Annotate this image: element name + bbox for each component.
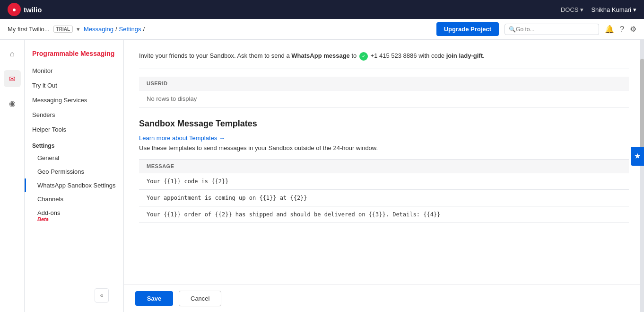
sidebar-title: Programmable Messaging [25,47,123,63]
user-menu[interactable]: Shikha Kumari ▾ [591,6,636,13]
upgrade-project-button[interactable]: Upgrade Project [436,22,499,36]
chevron-icon: ▾ [77,26,80,33]
sidebar-circle-icon[interactable]: ◉ [4,95,21,112]
nav-left: ● twilio [8,3,42,16]
message-row-1: Your {{1}} code is {{2}} [139,173,629,189]
search-input[interactable] [516,26,573,33]
nav-right: DOCS ▾ Shikha Kumari ▾ [561,6,636,13]
icon-sidebar: ⌂ ✉ ◉ [0,40,25,312]
no-rows-text: No rows to display [139,90,629,107]
sidebar-sub-general[interactable]: General [25,151,123,165]
sidebar-sub-addons[interactable]: Add-ons Beta [25,206,123,225]
breadcrumb-area: My first Twilio... TRIAL ▾ Messaging / S… [8,26,145,33]
footer-bar: Save Cancel [124,285,640,312]
main-content: Invite your friends to your Sandbox. Ask… [124,40,644,312]
table-row: Your appointment is coming up on {{1}} a… [139,189,629,206]
message-templates-table: MESSAGE Your {{1}} code is {{2}} Your ap… [139,159,629,223]
help-icon[interactable]: ? [620,25,624,34]
star-button[interactable]: ★ [631,147,644,166]
cancel-button[interactable]: Cancel [179,291,221,306]
scroll-thumb[interactable] [640,59,644,153]
sidebar-item-helper-tools[interactable]: Helper Tools [25,122,123,137]
sidebar-sub-channels[interactable]: Channels [25,192,123,206]
top-navigation: ● twilio DOCS ▾ Shikha Kumari ▾ [0,0,644,19]
second-navigation: My first Twilio... TRIAL ▾ Messaging / S… [0,19,644,40]
learn-more-link[interactable]: Learn more about Templates → [139,134,225,142]
user-chevron: ▾ [633,6,636,13]
userid-table: USERID No rows to display [139,77,629,107]
nav-actions: Upgrade Project 🔍 🔔 ? ⚙ [436,22,636,36]
invite-text: Invite your friends to your Sandbox. Ask… [139,51,629,69]
nav-icons: 🔔 ? ⚙ [605,25,636,34]
breadcrumb-sep2: / [143,26,145,33]
user-name-text: Shikha Kumari [591,6,631,13]
logo-icon: ● [8,3,21,16]
breadcrumb-messaging[interactable]: Messaging [84,26,113,33]
breadcrumb: Messaging / Settings / [84,26,145,33]
table-row: Your {{1}} order of {{2}} has shipped an… [139,206,629,223]
docs-label: DOCS [561,6,579,13]
logo-text: twilio [24,6,42,14]
main-layout: ⌂ ✉ ◉ Programmable Messaging Monitor Try… [0,40,644,312]
sidebar-item-monitor[interactable]: Monitor [25,63,123,78]
sidebar-item-try-it-out[interactable]: Try it Out [25,78,123,93]
notification-icon[interactable]: 🔔 [605,25,614,34]
sidebar-chat-icon[interactable]: ✉ [4,70,21,87]
scroll-indicator [640,40,644,312]
search-icon: 🔍 [509,26,516,33]
table-row: Your {{1}} code is {{2}} [139,173,629,189]
whatsapp-icon: ✓ [359,52,368,61]
templates-section: Sandbox Message Templates Learn more abo… [139,119,629,223]
settings-section-label: Settings [25,137,123,151]
save-button[interactable]: Save [135,291,173,306]
message-row-2: Your appointment is coming up on {{1}} a… [139,189,629,206]
beta-label: Beta [37,216,116,222]
sidebar-item-senders[interactable]: Senders [25,107,123,122]
sidebar-sub-whatsapp-sandbox[interactable]: WhatsApp Sandbox Settings [25,178,123,192]
search-bar[interactable]: 🔍 [505,24,599,35]
message-row-3: Your {{1}} order of {{2}} has shipped an… [139,206,629,223]
collapse-sidebar-button[interactable]: « [95,288,109,303]
collapse-icon: « [100,292,104,299]
sidebar-item-messaging-services[interactable]: Messaging Services [25,93,123,107]
twilio-logo[interactable]: ● twilio [8,3,42,16]
breadcrumb-sep1: / [115,26,117,33]
docs-link[interactable]: DOCS ▾ [561,6,584,13]
userid-col-header: USERID [139,77,629,90]
left-sidebar: Programmable Messaging Monitor Try it Ou… [25,40,124,312]
trial-badge: TRIAL [53,26,73,33]
project-name[interactable]: My first Twilio... [8,26,50,33]
sidebar-sub-geo-permissions[interactable]: Geo Permissions [25,165,123,178]
sidebar-home-icon[interactable]: ⌂ [4,45,21,62]
template-description: Use these templates to send messages in … [139,144,629,152]
content-area: Invite your friends to your Sandbox. Ask… [124,40,644,278]
message-col-header: MESSAGE [139,159,629,173]
footer-spacer [139,238,629,267]
no-rows-row: No rows to display [139,90,629,107]
breadcrumb-settings[interactable]: Settings [119,26,141,33]
docs-chevron: ▾ [580,6,583,13]
settings-icon[interactable]: ⚙ [630,25,636,34]
section-title: Sandbox Message Templates [139,119,629,129]
star-icon: ★ [634,152,641,160]
